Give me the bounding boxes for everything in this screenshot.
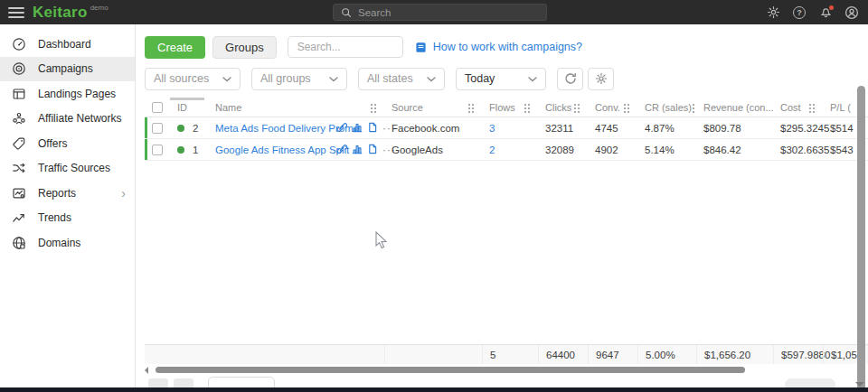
column-drag-handle-icon[interactable]: [573, 103, 580, 113]
scroll-left-arrow-icon[interactable]: [145, 367, 148, 374]
flows-link[interactable]: 3: [489, 123, 495, 134]
column-drag-handle-icon[interactable]: [467, 103, 475, 113]
revenue-cell: $809.78: [696, 117, 773, 139]
table-row[interactable]: 2 Meta Ads Food Delivery Promo ··· Faceb…: [145, 117, 868, 139]
column-header-clicks[interactable]: Clicks: [538, 98, 588, 117]
global-search[interactable]: [333, 4, 547, 21]
campaign-page-icon[interactable]: [367, 144, 378, 156]
campaign-search-input[interactable]: [288, 36, 403, 58]
column-header-flows[interactable]: Flows: [482, 98, 538, 117]
sidebar-item-trends[interactable]: Trends: [0, 206, 135, 231]
totals-flows: 5: [482, 345, 538, 364]
groups-filter-select[interactable]: All groups: [251, 68, 347, 90]
column-drag-handle-icon[interactable]: [623, 103, 630, 113]
user-avatar[interactable]: [844, 5, 859, 20]
sidebar-item-label: Campaigns: [38, 62, 93, 75]
sidebar-item-campaigns[interactable]: Campaigns: [0, 57, 135, 82]
chevron-down-icon: [528, 72, 537, 85]
sidebar-item-affiliate-networks[interactable]: Affiliate Networks: [0, 107, 135, 132]
reports-icon: [12, 186, 26, 201]
column-header-name[interactable]: Name: [208, 98, 384, 117]
help-campaigns-link[interactable]: How to work with campaigns?: [415, 41, 582, 53]
topbar: Keitaro demo ?: [0, 0, 868, 24]
refresh-button[interactable]: [557, 68, 583, 90]
dashboard-icon: [12, 37, 26, 51]
sidebar: Dashboard Campaigns Landings Pages Affil…: [0, 24, 136, 392]
select-all-checkbox[interactable]: [152, 102, 163, 113]
chevron-right-icon: ›: [121, 187, 126, 200]
flows-link[interactable]: 2: [489, 145, 495, 155]
sources-filter-select[interactable]: All sources: [145, 68, 241, 90]
row-checkbox[interactable]: [152, 123, 163, 134]
column-drag-handle-icon[interactable]: [524, 103, 531, 113]
help-icon[interactable]: ?: [792, 5, 807, 20]
column-header-revenue[interactable]: Revenue (con...: [696, 98, 773, 117]
cost-cell: $295.3245: [773, 117, 823, 139]
table-row[interactable]: 1 Google Ads Fitness App Split ··· Googl…: [145, 139, 868, 161]
clicks-cell: 32311: [538, 117, 588, 139]
chevron-down-icon: [427, 72, 436, 85]
campaign-name-link[interactable]: Google Ads Fitness App Split: [215, 145, 349, 155]
sidebar-item-offers[interactable]: Offers: [0, 131, 135, 156]
notification-badge: [829, 5, 834, 10]
chevron-down-icon: [222, 72, 231, 85]
sidebar-item-label: Traffic Sources: [38, 162, 110, 174]
sidebar-item-domains[interactable]: Domains: [0, 230, 135, 256]
campaign-link-icon[interactable]: [336, 122, 347, 135]
conv-cell: 4902: [588, 139, 637, 161]
campaign-link-icon[interactable]: [336, 144, 347, 156]
states-filter-select[interactable]: All states: [358, 68, 445, 90]
create-button[interactable]: Create: [145, 36, 205, 59]
clicks-cell: 32089: [538, 139, 588, 161]
filters-row: All sources All groups All states Today: [145, 67, 868, 90]
sidebar-item-label: Domains: [38, 237, 80, 249]
horizontal-scrollbar[interactable]: [145, 364, 864, 376]
horizontal-scroll-thumb[interactable]: [156, 367, 745, 373]
table-settings-gear-button[interactable]: [588, 68, 614, 90]
groups-button[interactable]: Groups: [212, 36, 277, 59]
affiliate-networks-icon: [12, 111, 26, 126]
sidebar-item-label: Dashboard: [38, 38, 91, 51]
chevron-down-icon: [329, 72, 338, 85]
column-header-conv[interactable]: Conv.: [588, 98, 637, 117]
column-header-cost[interactable]: Cost: [773, 98, 823, 117]
sidebar-item-dashboard[interactable]: Dashboard: [0, 32, 135, 57]
campaign-stats-icon[interactable]: [352, 144, 363, 156]
sidebar-item-traffic-sources[interactable]: Traffic Sources: [0, 156, 135, 182]
date-range-select[interactable]: Today: [456, 68, 546, 90]
source-cell: GoogleAds: [384, 139, 482, 161]
totals-cr: 5.00%: [637, 345, 696, 364]
column-header-id[interactable]: ID: [170, 98, 208, 117]
sidebar-item-label: Landings Pages: [38, 88, 116, 100]
column-drag-handle-icon[interactable]: [370, 103, 377, 113]
app-logo: Keitaro: [33, 4, 88, 22]
sidebar-item-landings-pages[interactable]: Landings Pages: [0, 81, 135, 107]
vertical-scroll-thumb[interactable]: [857, 86, 865, 392]
book-icon: [415, 42, 427, 53]
domains-globe-icon: [12, 236, 26, 250]
sidebar-item-reports[interactable]: Reports ›: [0, 181, 135, 206]
campaign-page-icon[interactable]: [367, 122, 378, 135]
main-content: Create Groups How to work with campaigns…: [136, 24, 868, 392]
campaigns-table: ID Name Source Flows Clicks Conv. CR (sa…: [145, 98, 868, 364]
campaign-stats-icon[interactable]: [352, 122, 363, 135]
row-actions: ···: [335, 139, 384, 161]
notifications-bell-icon[interactable]: [818, 5, 833, 20]
settings-gear-icon[interactable]: [766, 5, 780, 20]
totals-clicks: 64400: [538, 345, 588, 364]
traffic-sources-icon: [12, 161, 26, 175]
hamburger-menu-icon[interactable]: [8, 5, 24, 21]
column-header-source[interactable]: Source: [384, 98, 482, 117]
totals-row: 5 64400 9647 5.00% $1,656.20 $597.9880 $…: [145, 344, 868, 364]
scroll-down-arrow-icon[interactable]: [855, 382, 864, 387]
global-search-input[interactable]: [358, 7, 530, 18]
horizontal-scroll-track[interactable]: [154, 367, 855, 374]
sidebar-item-label: Affiliate Networks: [38, 112, 121, 125]
column-drag-handle-icon[interactable]: [808, 103, 816, 113]
source-cell: Facebook.com: [384, 117, 482, 139]
row-checkbox[interactable]: [152, 145, 163, 155]
sidebar-item-label: Trends: [38, 211, 71, 224]
totals-conv: 9647: [588, 345, 637, 364]
column-header-cr-sales[interactable]: CR (sales): [637, 98, 696, 117]
help-link-label: How to work with campaigns?: [433, 41, 582, 53]
